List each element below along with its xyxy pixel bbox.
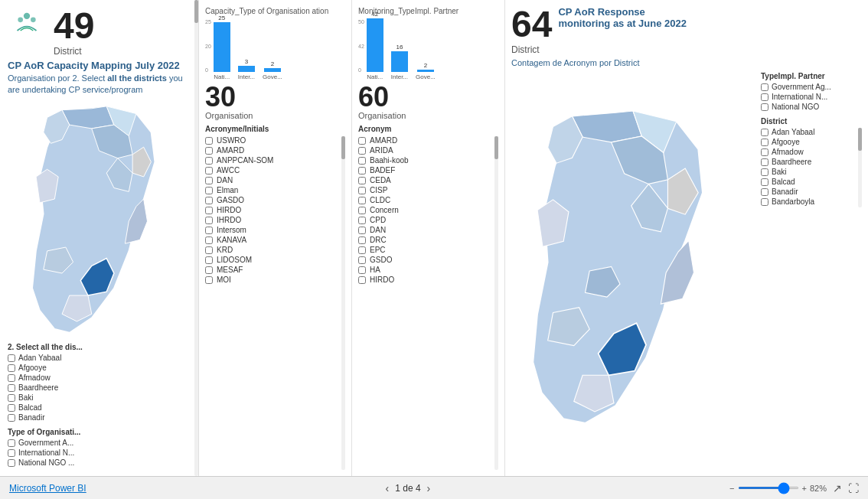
powerbi-link[interactable]: Microsoft Power BI	[9, 483, 86, 494]
r-district-afgooye[interactable]: Afgooye	[761, 138, 862, 146]
district-check-baki[interactable]	[8, 394, 15, 402]
list-item[interactable]: ANPPCAN-SOM	[205, 156, 345, 165]
r-district-baardheere[interactable]: Baardheere	[761, 158, 862, 166]
pagination-next[interactable]: ›	[427, 482, 431, 494]
check-gsdo[interactable]	[358, 256, 366, 264]
district-check-adan[interactable]	[8, 354, 15, 362]
type-check-gov[interactable]	[8, 439, 15, 447]
zoom-plus-icon[interactable]: +	[802, 484, 807, 493]
type-gov[interactable]: Government A...	[8, 439, 191, 447]
list-item[interactable]: CISP	[358, 186, 498, 194]
type-ngo-right[interactable]: National NGO	[761, 103, 862, 111]
type-check-gov-right[interactable]	[761, 83, 768, 91]
map-left[interactable]	[8, 103, 191, 340]
scrollbar-thumb-left[interactable]	[194, 0, 198, 23]
district-item-afmadow[interactable]: Afmadow	[8, 373, 191, 382]
r-district-balcad[interactable]: Balcad	[761, 178, 862, 186]
check-arida[interactable]	[358, 147, 366, 155]
check-epc[interactable]	[358, 246, 366, 254]
r-district-banadir[interactable]: Banadir	[761, 188, 862, 196]
check-badef[interactable]	[358, 167, 366, 174]
district-item-baki[interactable]: Baki	[8, 393, 191, 402]
list-item[interactable]: BADEF	[358, 166, 498, 174]
r-check-bandarboyla[interactable]	[761, 198, 768, 206]
list-item[interactable]: Concern	[358, 206, 498, 214]
r-check-balcad[interactable]	[761, 178, 768, 186]
check-baahi[interactable]	[358, 157, 366, 165]
check-hirdo[interactable]	[205, 207, 213, 214]
r-check-afgooye[interactable]	[761, 139, 768, 146]
district-item-baardheere[interactable]: Baardheere	[8, 383, 191, 392]
type-check-ngo-right[interactable]	[761, 103, 768, 111]
list-item[interactable]: GASDO	[205, 196, 345, 204]
list-item[interactable]: CPD	[358, 216, 498, 224]
list-item[interactable]: Elman	[205, 186, 345, 194]
check-intersom[interactable]	[205, 227, 213, 234]
type-check-intl-right[interactable]	[761, 93, 768, 101]
district-item-adan[interactable]: Adan Yabaal	[8, 354, 191, 362]
list-item[interactable]: AWCC	[205, 166, 345, 174]
list-item[interactable]: CEDA	[358, 176, 498, 184]
check-awcc[interactable]	[205, 167, 213, 174]
map-right[interactable]	[511, 72, 755, 470]
share-icon[interactable]: ↗	[833, 482, 842, 494]
scrollbar-mid-left[interactable]	[341, 136, 345, 470]
list-item[interactable]: USWRO	[205, 136, 345, 145]
check-hirdo-r[interactable]	[358, 276, 366, 284]
list-item[interactable]: HIRDO	[358, 276, 498, 284]
check-cldc[interactable]	[358, 197, 366, 204]
list-item[interactable]: IHRDO	[205, 216, 345, 224]
list-item[interactable]: KRD	[205, 246, 345, 254]
scrollbar-thumb-district-right[interactable]	[858, 128, 862, 151]
r-district-bandarboyla[interactable]: Bandarboyla	[761, 197, 862, 206]
district-check-banadir[interactable]	[8, 414, 15, 422]
list-item[interactable]: GSDO	[358, 256, 498, 264]
district-item-balcad[interactable]: Balcad	[8, 403, 191, 412]
check-cisp[interactable]	[358, 187, 366, 194]
list-item[interactable]: CLDC	[358, 196, 498, 204]
check-ceda[interactable]	[358, 177, 366, 184]
type-intl-right[interactable]: International N...	[761, 93, 862, 101]
check-ihrdo[interactable]	[205, 217, 213, 224]
district-check-afmadow[interactable]	[8, 374, 15, 382]
zoom-slider[interactable]	[738, 487, 799, 489]
list-item[interactable]: Baahi-koob	[358, 156, 498, 165]
check-moi[interactable]	[205, 276, 213, 284]
check-krd[interactable]	[205, 246, 213, 254]
r-check-banadir[interactable]	[761, 188, 768, 196]
check-drc[interactable]	[358, 236, 366, 244]
district-item-banadir[interactable]: Banadir	[8, 413, 191, 422]
check-ha[interactable]	[358, 266, 366, 274]
r-check-adan[interactable]	[761, 129, 768, 136]
r-check-afmadow[interactable]	[761, 148, 768, 156]
list-item[interactable]: DAN	[205, 176, 345, 184]
check-cpd[interactable]	[358, 217, 366, 224]
scrollbar-district-left[interactable]	[194, 0, 198, 476]
scrollbar-district-right[interactable]	[858, 128, 862, 207]
list-item[interactable]: MOI	[205, 276, 345, 284]
list-item[interactable]: Intersom	[205, 226, 345, 234]
type-check-intl[interactable]	[8, 449, 15, 457]
pagination-prev[interactable]: ‹	[386, 482, 390, 494]
list-item[interactable]: ARIDA	[358, 146, 498, 155]
list-item[interactable]: DRC	[358, 236, 498, 244]
r-district-afmadow[interactable]: Afmadow	[761, 148, 862, 156]
fullscreen-icon[interactable]: ⛶	[848, 482, 859, 494]
district-item-afgooye[interactable]: Afgooye	[8, 364, 191, 372]
r-check-baardheere[interactable]	[761, 158, 768, 166]
check-gasdo[interactable]	[205, 197, 213, 204]
scrollbar-thumb-mid-right[interactable]	[494, 136, 498, 159]
type-intl[interactable]: International N...	[8, 448, 191, 457]
list-item[interactable]: AMARD	[358, 136, 498, 145]
list-item[interactable]: HIRDO	[205, 206, 345, 214]
list-item[interactable]: MESAF	[205, 266, 345, 274]
check-dan-r[interactable]	[358, 227, 366, 234]
type-gov-right[interactable]: Government Ag...	[761, 83, 862, 91]
r-district-adan[interactable]: Adan Yabaal	[761, 128, 862, 136]
list-item[interactable]: KANAVA	[205, 236, 345, 244]
r-district-baki[interactable]: Baki	[761, 168, 862, 176]
check-concern[interactable]	[358, 207, 366, 214]
list-item[interactable]: EPC	[358, 246, 498, 254]
check-anppcan[interactable]	[205, 157, 213, 165]
list-item[interactable]: AMARD	[205, 146, 345, 155]
